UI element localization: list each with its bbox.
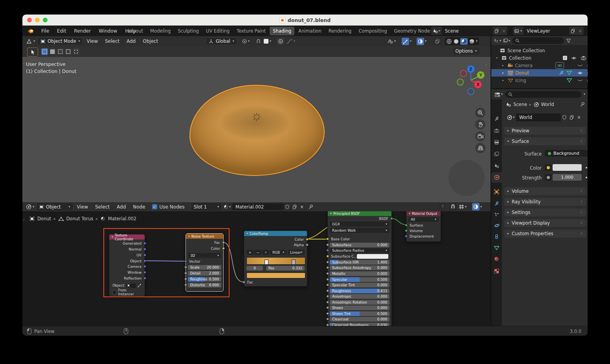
eye-closed-icon[interactable]: [577, 79, 583, 82]
strength-animate-dot[interactable]: [586, 177, 587, 178]
tab-object-data[interactable]: [491, 243, 502, 253]
scene-name[interactable]: Scene: [442, 27, 493, 35]
panel-custom-properties[interactable]: ▾ Custom Properties⠿: [504, 230, 586, 238]
bsdf-param-row[interactable]: Anisotropic Rotation0.000: [330, 300, 390, 305]
shader-menu-add[interactable]: Add: [113, 204, 129, 210]
camera-render-icon[interactable]: [587, 71, 588, 75]
viewport-canvas[interactable]: User Perspective (1) Collection | Donut …: [22, 57, 491, 202]
pin-icon[interactable]: [307, 203, 314, 210]
xray-toggle[interactable]: [434, 38, 441, 45]
snap-toggle[interactable]: [256, 39, 261, 44]
color-swatch[interactable]: [553, 164, 582, 171]
properties-editor-type-button[interactable]: ▾: [494, 92, 503, 97]
ramp-selected-color-swatch[interactable]: [246, 273, 305, 278]
socket-volume-in[interactable]: [405, 229, 408, 232]
scene-icon[interactable]: ▾: [431, 27, 442, 35]
properties-pin-icon[interactable]: [579, 101, 586, 108]
eye-icon[interactable]: [577, 71, 583, 75]
viewport-menu-view[interactable]: View: [83, 38, 101, 44]
camera-render-icon[interactable]: [587, 63, 588, 68]
use-nodes-checkbox[interactable]: ✓ Use Nodes: [152, 204, 185, 210]
bsdf-param-row[interactable]: Specular0.500: [330, 277, 390, 282]
tab-object[interactable]: [491, 187, 502, 197]
tab-particles[interactable]: [491, 209, 502, 219]
socket-subsurface-anisotropy[interactable]: [326, 266, 329, 269]
socket-surface-in[interactable]: [405, 224, 408, 227]
panel-viewport-display[interactable]: ▾ Viewport Display⠿: [504, 219, 586, 227]
bsdf-param-row[interactable]: Subsurface Anisotropy0.000: [330, 265, 390, 270]
world-unlink-button[interactable]: ×: [575, 113, 582, 121]
editor-type-button[interactable]: ▾: [22, 39, 37, 44]
panel-volume[interactable]: ▾ Volume⠿: [504, 187, 586, 195]
viewlayer-remove-button[interactable]: ×: [577, 27, 584, 35]
material-fake-user-button[interactable]: [284, 203, 291, 210]
ramp-options-button[interactable]: ▾: [262, 250, 269, 255]
ramp-interpolation-dropdown[interactable]: Linear▾: [288, 250, 305, 255]
socket-base-color-in[interactable]: [326, 238, 329, 240]
proportional-falloff-selector[interactable]: ▾: [287, 39, 295, 44]
tab-render[interactable]: [491, 125, 502, 135]
shading-material-preview-button[interactable]: [460, 38, 468, 45]
world-name-field[interactable]: World: [516, 113, 561, 121]
outliner-filter-icon[interactable]: ▾: [503, 38, 510, 43]
panel-settings[interactable]: ▾ Settings⠿: [504, 209, 586, 216]
socket-ramp-alpha-out[interactable]: [306, 243, 309, 246]
snap-target-selector[interactable]: ▾: [264, 39, 271, 44]
shading-rendered-button[interactable]: [469, 38, 475, 44]
funnel-filter-icon[interactable]: [566, 38, 571, 43]
scene-unlink-button[interactable]: ×: [500, 27, 507, 35]
tab-shading[interactable]: Shading: [270, 27, 294, 35]
socket-subsurface-ior[interactable]: [326, 261, 329, 263]
pan-hand-button[interactable]: [475, 119, 485, 130]
menu-edit[interactable]: Edit: [53, 28, 70, 34]
options-button[interactable]: Options▾: [453, 48, 480, 55]
tab-compositing[interactable]: Compositing: [355, 27, 390, 35]
eye-closed-icon[interactable]: [577, 64, 583, 67]
strength-socket-button[interactable]: [545, 174, 551, 181]
tab-animation[interactable]: Animation: [295, 27, 325, 35]
shader-editor-type-button[interactable]: ▾: [22, 204, 36, 210]
ramp-remove-stop-button[interactable]: −: [254, 250, 261, 255]
eye-icon[interactable]: [571, 56, 577, 60]
tab-tool[interactable]: [491, 113, 502, 124]
panel-preview[interactable]: ▾ Preview⠿: [504, 127, 586, 135]
properties-options-dropdown[interactable]: ▾: [584, 93, 585, 96]
viewport-menu-object[interactable]: Object: [139, 38, 162, 44]
bsdf-subsurface-radius-dropdown[interactable]: Subsurface Radius▾: [330, 248, 390, 253]
select-box-tool[interactable]: [41, 48, 48, 55]
socket-clearcoat[interactable]: [326, 318, 329, 320]
socket-bsdf-out[interactable]: [390, 217, 393, 220]
shading-dropdown[interactable]: ▾: [476, 40, 478, 43]
transform-orientation-selector[interactable]: Global▾: [206, 37, 237, 45]
ramp-pos-field[interactable]: Pos 0.332: [266, 266, 305, 271]
bsdf-param-row[interactable]: Subsurface IOR1.400: [330, 260, 390, 265]
node-snap-toggle[interactable]: [449, 203, 457, 210]
viewport-sidebar-toggle[interactable]: ›: [23, 62, 25, 66]
ramp-gradient-bar[interactable]: [246, 257, 305, 265]
properties-search-input[interactable]: [505, 91, 581, 98]
socket-subsurface-radius[interactable]: [326, 249, 329, 252]
tab-material[interactable]: [491, 254, 502, 264]
menu-render[interactable]: Render: [70, 28, 95, 34]
gizmos-toggle[interactable]: ▾: [402, 38, 412, 45]
tab-output[interactable]: [491, 137, 502, 147]
tab-geometry-nodes[interactable]: Geometry Nodes: [391, 27, 430, 35]
bsdf-distribution-dropdown[interactable]: GGX▾: [330, 221, 390, 227]
bsdf-param-row[interactable]: Clearcoat0.000: [330, 317, 390, 322]
tab-sculpting[interactable]: Sculpting: [175, 27, 202, 35]
breadcrumb-scene[interactable]: Scene: [513, 102, 527, 107]
panel-ray-visibility[interactable]: ▾ Ray Visibility⠿: [504, 198, 586, 206]
menu-window[interactable]: Window: [95, 28, 121, 34]
viewport-menu-select[interactable]: Select: [101, 38, 123, 44]
transform-pivot-selector[interactable]: ▾: [242, 39, 250, 44]
viewport-right-panel-toggle[interactable]: ‹: [485, 62, 487, 66]
node-snap-target-selector[interactable]: ▾: [459, 204, 467, 209]
material-slot-selector[interactable]: Slot 1▾: [191, 202, 222, 211]
tab-texture-paint[interactable]: Texture Paint: [233, 27, 269, 35]
bsdf-param-row[interactable]: Metallic0.000: [330, 271, 390, 276]
proportional-editing-toggle[interactable]: [277, 38, 284, 45]
tab-layout[interactable]: Layout: [125, 27, 146, 35]
tab-rendering[interactable]: Rendering: [325, 27, 355, 35]
show-hide-selector[interactable]: ▾: [387, 39, 396, 44]
socket-anisotropic[interactable]: [326, 295, 329, 298]
